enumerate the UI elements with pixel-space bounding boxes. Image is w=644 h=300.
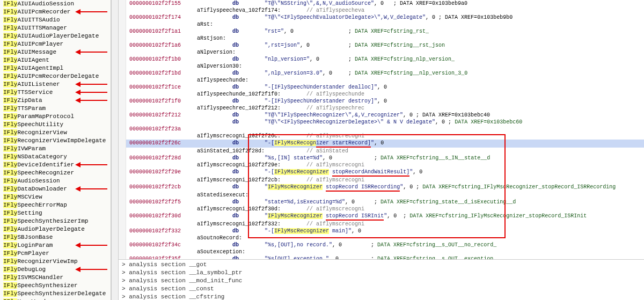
sidebar-item-aiuipcmplayer[interactable]: IFlyAIUIPcmPlayer <box>0 40 111 48</box>
disasm-row[interactable]: aIflymscrecogni_102f2f2cb: // aIflymscre… <box>119 177 644 184</box>
sidebar-item-speechsynthesizer[interactable]: IFlySpeechSynthesizer <box>0 282 111 290</box>
sidebar-item-speecherrormap[interactable]: IFlySpeechErrorMap <box>0 201 111 209</box>
sidebar-item-loginparam[interactable]: IFlyLoginParam <box>0 242 111 250</box>
address: 0000000102f2f2f5 <box>126 199 196 206</box>
disasm-row[interactable]: aRst: <box>119 21 644 28</box>
disasm-row[interactable]: 0000000102f2f1b0 db "nlp_version=", 0 ; … <box>119 56 644 63</box>
disasm-row[interactable]: 0000000102f2f1a1 db "rst=", 0 ; DATA XRE… <box>119 28 644 35</box>
disasm-row[interactable]: aStatedisexecut: <box>119 192 644 199</box>
disasm-row[interactable]: aTiflyspeecheva_102f2f174: // aTiflyspee… <box>119 7 644 14</box>
sidebar-item-isvmschandler[interactable]: IFlyISVMSCHandler <box>0 274 111 282</box>
address: 0000000102f2f174 <box>126 14 196 21</box>
disasm-row[interactable]: aSoutnoRecord: <box>119 235 644 242</box>
disasm-row[interactable]: aIflymscrecogni_102f2f29e: // aIflymscre… <box>119 162 644 169</box>
disasm-row[interactable]: 0000000102f2f34c db "%s,[OUT],no record.… <box>119 242 644 248</box>
sidebar-item-aiuimessage[interactable]: IFlyAIUIMessage <box>0 48 111 56</box>
class-name: SpeechRecognizer <box>17 170 74 176</box>
sidebar-item-ttsparam[interactable]: IFlyTTSParam <box>0 105 111 113</box>
disasm-row[interactable]: 0000000102f2f332 db "-[IFlyMscRecognizer… <box>119 228 644 235</box>
disasm-row[interactable]: 0000000102f2f2f5 db "state=%d,isExecutin… <box>119 199 644 206</box>
disasm-row[interactable]: aSoutexception: <box>119 248 644 255</box>
class-prefix: IFly <box>3 89 17 96</box>
address: 0000000102f2f1bd <box>126 70 196 77</box>
disasm-row[interactable]: db "T@\"<IFlySpeechRecognizerDelegate>\"… <box>119 119 644 126</box>
class-name: Setting <box>17 210 42 216</box>
disasm-row[interactable]: 0000000102f2f29e db "-[IFlyMscRecognizer… <box>119 169 644 177</box>
sidebar-item-speechrecognizer[interactable]: IFlySpeechRecognizer <box>0 169 111 177</box>
address: 0000000102f2f23a <box>126 126 196 133</box>
sidebar-item-aiuilistener[interactable]: IFlyAIUIListener <box>0 81 111 89</box>
disasm-row[interactable]: 0000000102f2f23a <box>119 126 644 133</box>
disasm-row[interactable]: 0000000102f2f2cb db "IFlyMscRecognizer s… <box>119 184 644 192</box>
gutter-marker <box>119 155 126 162</box>
gutter-marker <box>119 28 126 35</box>
sidebar-item-aiuipcmrecorderdelegate[interactable]: IFlyAIUIPcmRecorderDelegate <box>0 72 111 81</box>
sidebar-item-setting[interactable]: IFlySetting <box>0 209 111 217</box>
disasm-row[interactable]: aIflyspeechunde: <box>119 77 644 84</box>
disasm-body <box>196 126 644 133</box>
disasm-row[interactable]: 0000000102f2f35f db "%s[OUT],exception."… <box>119 255 644 259</box>
disasm-row[interactable]: aIflymscrecogni_102f2f332: // aIflymscre… <box>119 221 644 228</box>
sidebar-item-recognizerviewimpdelegate[interactable]: IFlyRecognizerViewImpDelegate <box>0 137 111 145</box>
disasm-row[interactable]: 0000000102f2f26c db "-[IFlyMscRecognizer… <box>119 140 644 148</box>
address <box>126 35 196 42</box>
class-prefix: IFly <box>3 178 17 184</box>
sidebar-item-ivwparam[interactable]: IFlyIVWParam <box>0 145 111 153</box>
sidebar-item-aiuiagentimpl[interactable]: IFlyAIUIAgentImpl <box>0 64 111 72</box>
address <box>126 162 196 169</box>
sidebar-item-aiuittsaudio[interactable]: IFlyAIUITTSAudio <box>0 16 111 24</box>
disasm-body: db "-[IFlySpeechUnderstander destroy]", … <box>196 98 644 105</box>
class-name: DebugLog <box>17 266 46 273</box>
disassembly-view[interactable]: 0000000102f2f155 db "T@\"NSString\",&,N,… <box>119 0 644 259</box>
sidebar-item-deviceidentifier[interactable]: IFlyDeviceIdentifier <box>0 161 111 169</box>
disasm-row[interactable]: aNlpversion30: <box>119 63 644 70</box>
disasm-row[interactable]: 0000000102f2f1ce db "-[IFlySpeechUnderst… <box>119 84 644 91</box>
sidebar-item-aiuipcmrecorder[interactable]: IFlyAIUIPcmRecorder <box>0 8 111 16</box>
sidebar-item-recognizerviewimp[interactable]: IFlyRecognizerViewImp <box>0 258 111 266</box>
disasm-row[interactable]: 0000000102f2f28d db "%s,[IN] state=%d", … <box>119 155 644 162</box>
disasm-row[interactable]: aSinStated_102f2f28d: // aSinStated <box>119 148 644 155</box>
gutter-marker <box>119 140 126 148</box>
disasm-row[interactable]: 0000000102f2f1bd db ",nlp_version=3.0", … <box>119 70 644 77</box>
sidebar-item-audioplayerdelegate[interactable]: IFlyAudioPlayerDelegate <box>0 225 111 233</box>
sidebar-item-zipdata[interactable]: IFlyZipData <box>0 97 111 105</box>
disasm-row[interactable]: aTiflyspeechrec_102f2f212: // aTiflyspee… <box>119 105 644 112</box>
disasm-body: db "-[IFlyMscRecognizer startRecord]", 0 <box>196 140 644 148</box>
sidebar-item-userwords[interactable]: IFlyUserWords <box>0 298 111 300</box>
symbol-sidebar[interactable]: IFlyAIUIAudioSessionIFlyAIUIPcmRecorderI… <box>0 0 111 300</box>
svg-marker-17 <box>75 267 80 272</box>
disasm-row[interactable]: 0000000102f2f155 db "T@\"NSString\",&,N,… <box>119 0 644 7</box>
sidebar-item-pcmplayer[interactable]: IFlyPcmPlayer <box>0 250 111 258</box>
sidebar-item-sbjsonbase[interactable]: IFlySBJsonBase <box>0 233 111 242</box>
sidebar-item-speechsynthesizerimp[interactable]: IFlySpeechSynthesizerImp <box>0 217 111 225</box>
sidebar-item-speechsynthesizerdelegate[interactable]: IFlySpeechSynthesizerDelegate <box>0 290 111 298</box>
class-name: AIUIPcmRecorder <box>17 9 70 15</box>
disasm-row[interactable]: aIflymscrecogni_102f2f30d: // aIflymscre… <box>119 206 644 213</box>
disasm-row[interactable]: aNlpversion: <box>119 49 644 56</box>
pane-divider[interactable] <box>111 0 119 300</box>
disasm-row[interactable]: 0000000102f2f174 db "T@\"<IFlySpeechEval… <box>119 14 644 21</box>
sidebar-item-audiosession[interactable]: IFlyAudioSession <box>0 177 111 185</box>
disasm-row[interactable]: aRstjson: <box>119 35 644 42</box>
sidebar-item-aiuiagent[interactable]: IFlyAIUIAgent <box>0 56 111 64</box>
disasm-row[interactable]: 0000000102f2f212 db "T@\"IFlySpeechRecog… <box>119 112 644 119</box>
disasm-row[interactable]: aIflyspeechunde_102f2f1f0: // aIflyspeec… <box>119 91 644 98</box>
sidebar-item-nsdatacategory[interactable]: IFlyNSDataCategory <box>0 153 111 161</box>
sidebar-item-parammapprotocol[interactable]: IFlyParamMapProtocol <box>0 113 111 121</box>
sidebar-item-datadownloader[interactable]: IFlyDataDownloader <box>0 185 111 193</box>
disasm-row[interactable]: 0000000102f2f1f0 db "-[IFlySpeechUnderst… <box>119 98 644 105</box>
log-console[interactable]: analysis section __gotanalysis section _… <box>119 259 644 300</box>
sidebar-item-aiuittsmanager[interactable]: IFlyAIUITTSManager <box>0 24 111 32</box>
app-root: IFlyAIUIAudioSessionIFlyAIUIPcmRecorderI… <box>0 0 644 300</box>
sidebar-item-mscview[interactable]: IFlyMSCView <box>0 193 111 201</box>
sidebar-item-recognizerview[interactable]: IFlyRecognizerView <box>0 129 111 137</box>
disasm-row[interactable]: aIflymscrecogni_102f2f26c: // aIflymscre… <box>119 133 644 140</box>
sidebar-item-aiuiaudioplayerdelegate[interactable]: IFlyAIUIAudioPlayerDelegate <box>0 32 111 40</box>
sidebar-item-aiuiaudiosession[interactable]: IFlyAIUIAudioSession <box>0 0 111 8</box>
sidebar-item-ttsservice[interactable]: IFlyTTSService <box>0 89 111 97</box>
disasm-row[interactable]: 0000000102f2f1a6 db ",rst=json", 0 ; DAT… <box>119 42 644 49</box>
sidebar-item-speechutility[interactable]: IFlySpeechUtility <box>0 121 111 129</box>
class-prefix: IFly <box>3 137 17 144</box>
disasm-row[interactable]: 0000000102f2f30d db "IFlyMscRecognizer s… <box>119 213 644 221</box>
sidebar-item-debuglog[interactable]: IFlyDebugLog <box>0 266 111 274</box>
